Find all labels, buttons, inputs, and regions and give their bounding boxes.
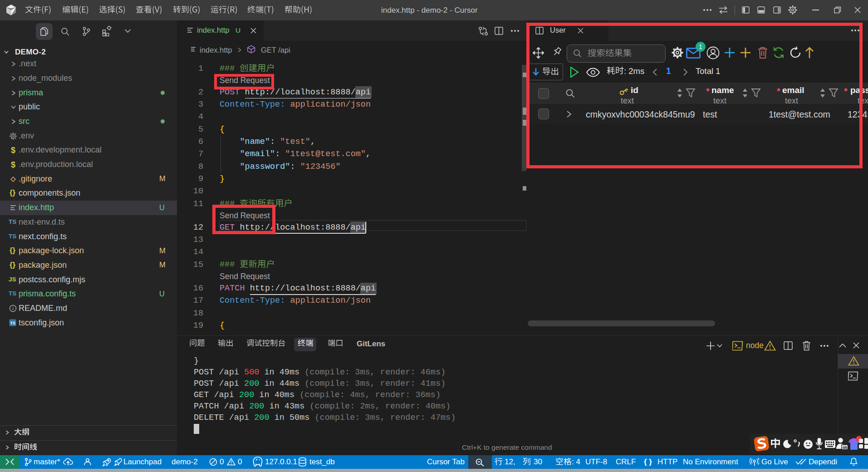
svg-text:TS: TS — [10, 321, 15, 325]
